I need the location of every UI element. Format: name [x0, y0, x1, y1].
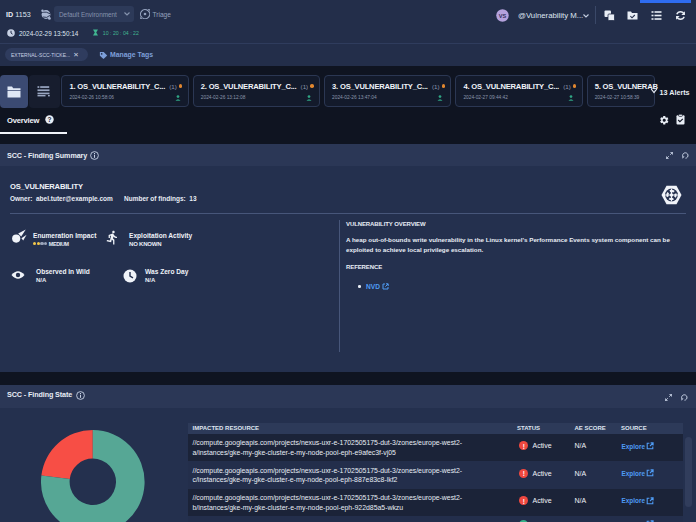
- svg-text:?: ?: [48, 115, 52, 122]
- svg-text:VS: VS: [499, 13, 507, 19]
